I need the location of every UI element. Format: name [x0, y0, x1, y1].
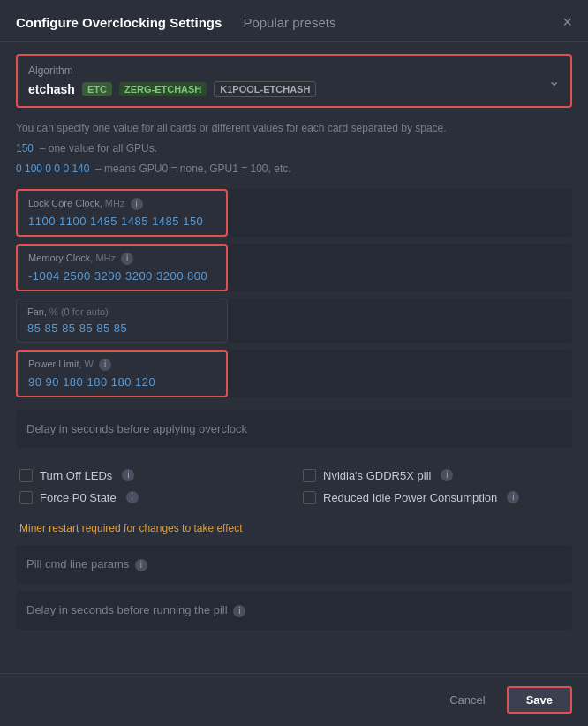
pill-params-label: Pill cmd line params	[26, 557, 129, 571]
info-line-3-suffix: – means GPU0 = none, GPU1 = 100, etc.	[95, 163, 290, 175]
checkbox-force-p0-box[interactable]	[19, 491, 33, 504]
info-line-2: 150 – one value for all GPUs.	[16, 140, 572, 157]
checkbox-turn-off-leds-label: Turn Off LEDs	[40, 469, 112, 482]
lock-core-clock-row: Lock Core Clock, MHz i 1100 1100 1485 14…	[16, 189, 572, 237]
chevron-down-icon: ⌄	[548, 72, 560, 89]
fan-right	[228, 299, 572, 343]
delay-overclock-label: Delay in seconds before applying overclo…	[26, 422, 247, 435]
power-limit-right	[228, 350, 572, 397]
reduced-idle-info-icon: i	[507, 491, 519, 503]
checkbox-turn-off-leds[interactable]: Turn Off LEDs i	[19, 469, 285, 482]
delay-pill-box: Delay in seconds before running the pill…	[16, 591, 572, 630]
algorithm-content: Algorithm etchash ETC ZERG-ETCHASH K1POO…	[28, 64, 316, 97]
delay-overclock-box: Delay in seconds before applying overclo…	[16, 410, 572, 448]
power-limit-info-icon: i	[99, 359, 111, 371]
lock-core-clock-info-icon: i	[131, 198, 143, 210]
algorithm-selector[interactable]: Algorithm etchash ETC ZERG-ETCHASH K1POO…	[16, 54, 572, 108]
force-p0-info-icon: i	[126, 491, 139, 503]
badge-zerg: ZERG-ETCHASH	[119, 82, 207, 96]
power-limit-box: Power Limit, W i 90 90 180 180 180 120	[16, 350, 228, 397]
close-button[interactable]: ×	[562, 14, 572, 30]
badge-etc: ETC	[82, 82, 112, 96]
modal-header: Configure Overclocking Settings Popular …	[0, 0, 588, 42]
checkbox-reduced-idle-label: Reduced Idle Power Consumption	[323, 491, 497, 504]
checkbox-force-p0-label: Force P0 State	[40, 491, 117, 504]
lock-core-clock-value[interactable]: 1100 1100 1485 1485 1485 150	[28, 215, 215, 228]
info-line-2-suffix: – one value for all GPUs.	[40, 142, 157, 155]
header-tabs: Configure Overclocking Settings Popular …	[16, 15, 335, 30]
checkbox-reduced-idle[interactable]: Reduced Idle Power Consumption i	[303, 491, 569, 504]
warning-text: Miner restart required for changes to ta…	[16, 522, 572, 534]
turn-off-leds-info-icon: i	[122, 469, 134, 481]
memory-clock-right	[228, 244, 572, 291]
checkbox-force-p0[interactable]: Force P0 State i	[19, 491, 285, 504]
fan-value[interactable]: 85 85 85 85 85 85	[27, 321, 216, 335]
memory-clock-row: Memory Clock, MHz i -1004 2500 3200 3200…	[16, 244, 572, 291]
checkbox-turn-off-leds-box[interactable]	[19, 469, 33, 482]
info-value-2: 0 100 0 0 0 140	[16, 163, 89, 175]
info-value-1: 150	[16, 142, 34, 155]
lock-core-clock-right	[228, 189, 572, 237]
lock-core-clock-label: Lock Core Clock, MHz i	[28, 198, 215, 210]
checkbox-reduced-idle-box[interactable]	[303, 491, 316, 504]
info-line-3: 0 100 0 0 0 140 – means GPU0 = none, GPU…	[16, 161, 572, 178]
algorithm-label: Algorithm	[28, 64, 316, 77]
tab-presets[interactable]: Popular presets	[243, 15, 335, 30]
lock-core-clock-box: Lock Core Clock, MHz i 1100 1100 1485 14…	[16, 189, 228, 237]
modal-container: Configure Overclocking Settings Popular …	[0, 0, 588, 726]
checkbox-nvidias-gddr5x-box[interactable]	[303, 469, 316, 482]
fan-label: Fan, % (0 for auto)	[27, 306, 216, 317]
memory-clock-label: Memory Clock, MHz i	[28, 253, 215, 265]
badge-k1pool: K1POOL-ETCHASH	[214, 81, 316, 97]
modal-footer: Cancel Save	[0, 673, 588, 726]
pill-params-box: Pill cmd line params i	[16, 545, 572, 584]
pill-params-info-icon: i	[135, 559, 147, 571]
power-limit-label: Power Limit, W i	[28, 359, 215, 371]
memory-clock-value[interactable]: -1004 2500 3200 3200 3200 800	[28, 269, 215, 283]
cancel-button[interactable]: Cancel	[441, 688, 494, 712]
delay-pill-label: Delay in seconds before running the pill	[26, 603, 228, 616]
info-line-1: You can specify one value for all cards …	[16, 120, 572, 137]
checkboxes-section: Turn Off LEDs i Nvidia's GDDR5X pill i F…	[16, 460, 572, 513]
fan-box: Fan, % (0 for auto) 85 85 85 85 85 85	[16, 299, 228, 343]
fan-row: Fan, % (0 for auto) 85 85 85 85 85 85	[16, 299, 572, 343]
algorithm-value-row: etchash ETC ZERG-ETCHASH K1POOL-ETCHASH	[28, 81, 316, 97]
algorithm-name: etchash	[28, 82, 75, 96]
checkbox-nvidias-gddr5x-label: Nvidia's GDDR5X pill	[323, 469, 431, 482]
nvidias-gddr5x-info-icon: i	[441, 469, 453, 481]
power-limit-value[interactable]: 90 90 180 180 180 120	[28, 375, 215, 389]
power-limit-row: Power Limit, W i 90 90 180 180 180 120	[16, 350, 572, 397]
modal-body: Algorithm etchash ETC ZERG-ETCHASH K1POO…	[0, 42, 588, 654]
checkbox-nvidias-gddr5x[interactable]: Nvidia's GDDR5X pill i	[303, 469, 569, 482]
save-button[interactable]: Save	[507, 686, 572, 714]
memory-clock-info-icon: i	[121, 253, 133, 265]
delay-pill-info-icon: i	[233, 605, 245, 617]
memory-clock-box: Memory Clock, MHz i -1004 2500 3200 3200…	[16, 244, 228, 291]
tab-configure[interactable]: Configure Overclocking Settings	[16, 15, 222, 30]
